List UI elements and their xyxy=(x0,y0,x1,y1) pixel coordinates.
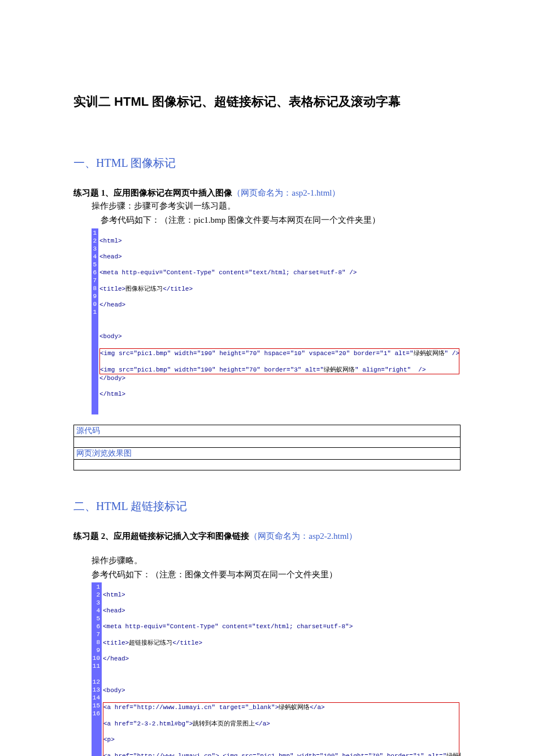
exercise-2-title: 练习题 2、应用超链接标记插入文字和图像链接（网页命名为：asp2-2.html… xyxy=(73,531,461,542)
section-1-heading: 一、HTML 图像标记 xyxy=(73,155,461,171)
spacer-2 xyxy=(73,542,461,553)
exercise-1-steps: 操作步骤：步骤可参考实训一练习题。 xyxy=(92,200,461,213)
code-2-content: <html> <head> <meta http-equiv="Content-… xyxy=(102,582,461,756)
exercise-1-prefix: 练习题 1、应用图像标记在网页中插入图像 xyxy=(73,188,232,197)
code-2-highlight: <a href="http://www.lumayi.cn" target="_… xyxy=(103,702,459,756)
exercise-1-ref: 参考代码如下：（注意：pic1.bmp 图像文件要与本网页在同一个文件夹里） xyxy=(101,214,461,227)
main-title: 实训二 HTML 图像标记、超链接标记、表格标记及滚动字幕 xyxy=(73,93,461,110)
exercise-1-title: 练习题 1、应用图像标记在网页中插入图像（网页命名为：asp2-1.html） xyxy=(73,188,461,198)
code-2-gutter: 1 2 3 4 5 6 7 8 9 10 11 12 13 14 15 16 xyxy=(92,582,102,756)
result-table-1: 源代码 网页浏览效果图 xyxy=(73,425,461,470)
code-1-content: <html> <head> <meta http-equiv="Content-… xyxy=(98,228,461,414)
spacer xyxy=(73,470,461,493)
exercise-2-prefix: 练习题 2、应用超链接标记插入文字和图像链接 xyxy=(73,532,249,541)
table-1-row-source: 源代码 xyxy=(74,425,461,437)
code-block-1: 1 2 3 4 5 6 7 8 9 0 1 <html> <head> <met… xyxy=(92,228,461,414)
table-1-row-blank-2 xyxy=(74,459,461,470)
exercise-2-steps: 操作步骤略。 xyxy=(92,554,461,567)
table-1-row-preview: 网页浏览效果图 xyxy=(74,447,461,459)
table-1-row-blank-1 xyxy=(74,437,461,447)
exercise-2-filename: （网页命名为：asp2-2.html） xyxy=(249,532,357,541)
document-page: 实训二 HTML 图像标记、超链接标记、表格标记及滚动字幕 一、HTML 图像标… xyxy=(0,0,534,756)
exercise-1-filename: （网页命名为：asp2-1.html） xyxy=(232,188,340,197)
code-1-gutter: 1 2 3 4 5 6 7 8 9 0 1 xyxy=(92,228,98,414)
code-1-highlight: <img src="pic1.bmp" width="190" height="… xyxy=(99,348,459,374)
code-block-2: 1 2 3 4 5 6 7 8 9 10 11 12 13 14 15 16 <… xyxy=(92,582,461,756)
exercise-2-ref: 参考代码如下：（注意：图像文件要与本网页在同一个文件夹里） xyxy=(92,568,461,581)
section-2-heading: 二、HTML 超链接标记 xyxy=(73,499,461,514)
